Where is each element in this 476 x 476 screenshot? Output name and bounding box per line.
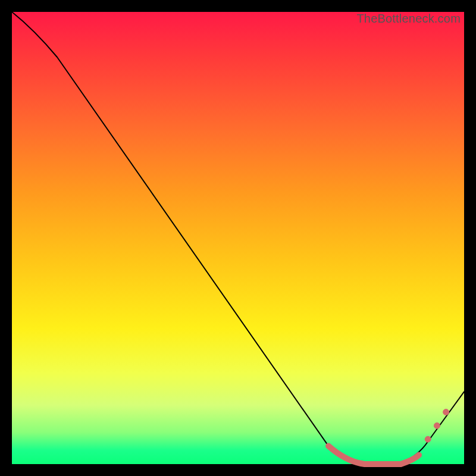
bottleneck-curve: [12, 12, 464, 464]
marker-dots: [425, 409, 449, 443]
plot-area: TheBottleneck.com: [12, 12, 464, 464]
marker-dot: [425, 436, 431, 442]
marker-dot: [443, 409, 449, 415]
curve-svg: [12, 12, 464, 464]
marker-band: [328, 446, 419, 464]
marker-dot: [434, 422, 440, 428]
chart-frame: TheBottleneck.com: [0, 0, 476, 476]
